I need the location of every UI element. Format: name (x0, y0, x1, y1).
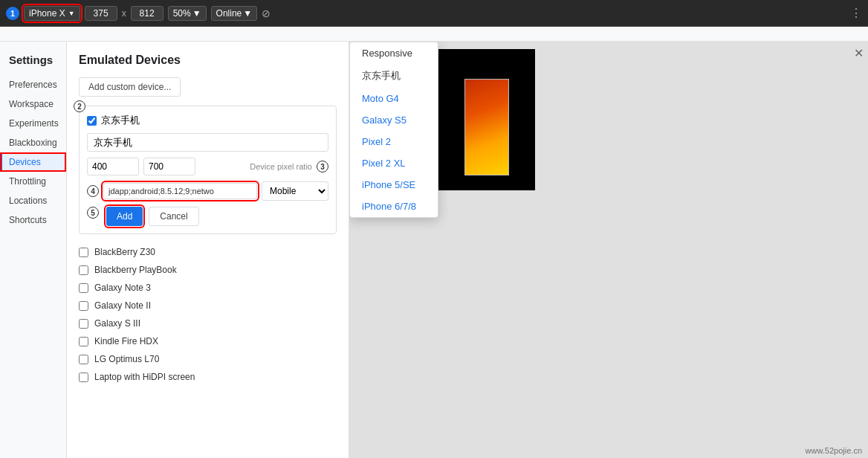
list-item: Galaxy Note II (79, 297, 337, 315)
online-selector[interactable]: Online ▼ (211, 6, 258, 21)
dimension-separator: x (122, 8, 126, 19)
sidebar-item-devices[interactable]: Devices (0, 152, 66, 172)
sidebar-item-workspace[interactable]: Workspace (0, 94, 66, 114)
settings-sidebar: Settings Preferences Workspace Experimen… (0, 42, 67, 458)
device-checkbox-galaxy-note3[interactable] (79, 283, 88, 293)
device-name: iPhone X (29, 8, 65, 19)
device-actions-row: 5 Add Cancel (87, 207, 328, 226)
device-label: LG Optimus L70 (94, 354, 159, 364)
device-width-field[interactable] (87, 158, 139, 175)
settings-close-button[interactable]: ✕ (854, 46, 864, 60)
ruler (0, 27, 868, 42)
step1-badge: 1 (6, 7, 19, 20)
device-checkbox-laptop-hidpi[interactable] (79, 372, 88, 382)
device-list: BlackBerry Z30 Blackberry PlayBook Galax… (79, 243, 337, 386)
list-item: BlackBerry Z30 (79, 243, 337, 261)
watermark: www.52pojie.cn (806, 446, 862, 455)
sidebar-item-experiments[interactable]: Experiments (0, 114, 66, 133)
device-enabled-checkbox[interactable] (87, 116, 97, 126)
no-throttle-icon: ⊘ (262, 7, 271, 19)
list-item: Kindle Fire HDX (79, 332, 337, 350)
sidebar-item-locations[interactable]: Locations (0, 191, 66, 210)
device-checkbox-lg-optimus[interactable] (79, 355, 88, 364)
device-height-field[interactable] (143, 158, 195, 175)
zoom-selector[interactable]: 50% ▼ (168, 6, 207, 21)
dropdown-item-jd[interactable]: 京东手机 (350, 64, 438, 88)
device-checkbox-galaxy-note2[interactable] (79, 301, 88, 311)
device-checkbox-galaxy-s3[interactable] (79, 319, 88, 329)
device-ua-row: 4 Mobile Desktop Tablet (87, 181, 328, 201)
dropdown-item-responsive[interactable]: Responsive (350, 42, 438, 64)
device-ratio-label: Device pixel ratio (200, 162, 312, 171)
zoom-arrow-icon: ▼ (192, 8, 201, 19)
device-label: BlackBerry Z30 (94, 247, 155, 257)
list-item: Blackberry PlayBook (79, 261, 337, 279)
website-preview-image (464, 79, 509, 175)
device-label: Galaxy Note II (94, 300, 151, 311)
top-toolbar: 1 iPhone X ▼ x 50% ▼ Online ▼ ⊘ ⋮ (0, 0, 868, 27)
preview-area: Responsive 京东手机 Moto G4 Galaxy S5 Pixel … (349, 42, 868, 458)
device-name-input[interactable] (87, 133, 328, 152)
device-label: Blackberry PlayBook (94, 265, 177, 275)
step2-badge: 2 (74, 100, 85, 112)
main-layout: Settings Preferences Workspace Experimen… (0, 42, 868, 458)
device-checkbox-blackberry-z30[interactable] (79, 248, 88, 257)
device-dims-row: Device pixel ratio 3 (87, 158, 328, 175)
list-item: Laptop with HiDPI screen (79, 368, 337, 386)
device-form: 2 京东手机 Device pixel ratio 3 4 (79, 106, 337, 234)
device-dropdown-menu: Responsive 京东手机 Moto G4 Galaxy S5 Pixel … (349, 42, 438, 218)
device-checkbox-blackberry-playbook[interactable] (79, 265, 88, 275)
device-checkbox-row: 京东手机 (87, 114, 328, 127)
online-label: Online (216, 8, 242, 19)
device-arrow-icon: ▼ (68, 10, 75, 17)
list-item: Galaxy Note 3 (79, 279, 337, 297)
device-checkbox-label: 京东手机 (101, 114, 140, 127)
emulated-devices-title: Emulated Devices (79, 54, 337, 67)
dropdown-item-pixel2[interactable]: Pixel 2 (350, 131, 438, 152)
height-input[interactable] (131, 6, 163, 21)
sidebar-item-blackboxing[interactable]: Blackboxing (0, 133, 66, 152)
step3-badge: 3 (317, 161, 328, 172)
more-options-icon[interactable]: ⋮ (850, 6, 862, 20)
step5-badge: 5 (87, 207, 99, 219)
device-label: Galaxy S III (94, 318, 140, 329)
add-custom-device-button[interactable]: Add custom device... (79, 77, 181, 97)
device-label: Kindle Fire HDX (94, 336, 158, 346)
device-checkbox-kindle-fire[interactable] (79, 337, 88, 346)
device-label: Laptop with HiDPI screen (94, 372, 195, 382)
device-label: Galaxy Note 3 (94, 283, 151, 293)
sidebar-item-throttling[interactable]: Throttling (0, 172, 66, 191)
zoom-label: 50% (173, 8, 191, 19)
dropdown-item-galaxy-s5[interactable]: Galaxy S5 (350, 109, 438, 131)
dropdown-item-iphone5se[interactable]: iPhone 5/SE (350, 174, 438, 196)
settings-content: Emulated Devices Add custom device... 2 … (67, 42, 349, 458)
dropdown-item-pixel2xl[interactable]: Pixel 2 XL (350, 152, 438, 174)
width-input[interactable] (85, 6, 117, 21)
add-device-button[interactable]: Add (106, 207, 143, 226)
step4-badge: 4 (87, 185, 99, 197)
sidebar-item-shortcuts[interactable]: Shortcuts (0, 210, 66, 230)
device-ua-input[interactable] (103, 183, 257, 199)
settings-title: Settings (0, 48, 66, 75)
list-item: LG Optimus L70 (79, 350, 337, 368)
device-type-select[interactable]: Mobile Desktop Tablet (262, 181, 328, 201)
device-selector[interactable]: iPhone X ▼ (24, 6, 80, 21)
cancel-device-button[interactable]: Cancel (149, 207, 198, 226)
dropdown-item-moto-g4[interactable]: Moto G4 (350, 88, 438, 109)
online-arrow-icon: ▼ (243, 8, 252, 19)
list-item: Galaxy S III (79, 315, 337, 332)
sidebar-item-preferences[interactable]: Preferences (0, 75, 66, 94)
dropdown-item-iphone678[interactable]: iPhone 6/7/8 (350, 196, 438, 217)
